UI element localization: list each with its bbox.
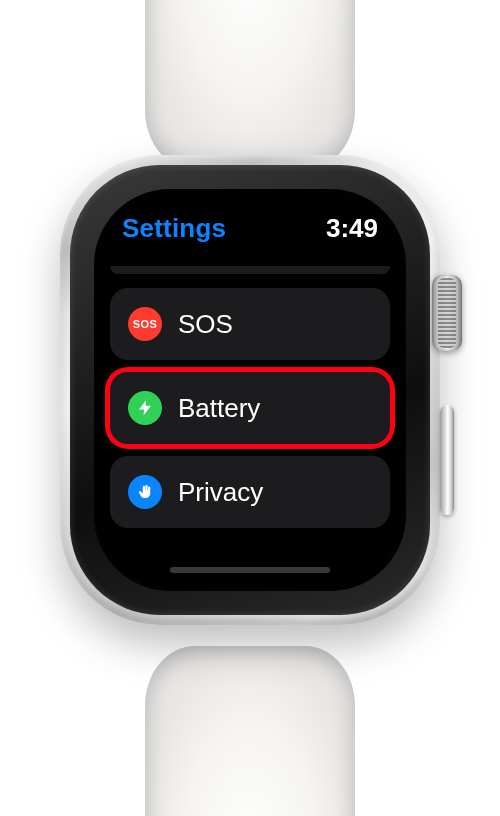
settings-row-label: Privacy bbox=[178, 477, 263, 508]
side-button[interactable] bbox=[440, 405, 454, 515]
watch-screen: Settings 3:49 SOS SOS Battery bbox=[94, 189, 406, 591]
watch-band-bottom bbox=[145, 646, 355, 816]
hand-icon bbox=[128, 475, 162, 509]
settings-row-label: Battery bbox=[178, 393, 260, 424]
sos-icon-text: SOS bbox=[133, 318, 158, 330]
status-bar: Settings 3:49 bbox=[94, 189, 406, 250]
settings-row-sos[interactable]: SOS SOS bbox=[110, 288, 390, 360]
settings-row-privacy[interactable]: Privacy bbox=[110, 456, 390, 528]
back-button[interactable]: Settings bbox=[122, 213, 226, 244]
settings-list[interactable]: SOS SOS Battery Privacy bbox=[94, 274, 406, 528]
watch-case: Settings 3:49 SOS SOS Battery bbox=[60, 155, 440, 625]
clock: 3:49 bbox=[326, 213, 378, 244]
sos-icon: SOS bbox=[128, 307, 162, 341]
bolt-icon bbox=[128, 391, 162, 425]
list-edge-top bbox=[110, 266, 390, 274]
scroll-indicator bbox=[170, 567, 330, 573]
watch-band-top bbox=[145, 0, 355, 170]
digital-crown[interactable] bbox=[432, 275, 462, 351]
settings-row-battery[interactable]: Battery bbox=[110, 372, 390, 444]
settings-row-label: SOS bbox=[178, 309, 233, 340]
watch-bezel: Settings 3:49 SOS SOS Battery bbox=[70, 165, 430, 615]
